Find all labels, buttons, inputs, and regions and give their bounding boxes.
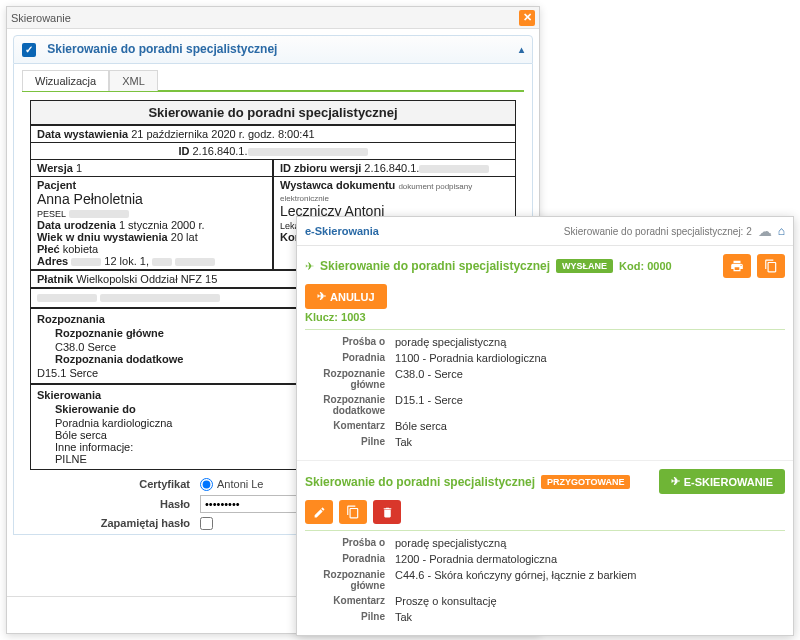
cloud-icon[interactable]: ☁: [758, 223, 772, 239]
send-icon: ✈: [305, 260, 314, 273]
dialog-titlebar: Skierowanie ✕: [7, 7, 539, 29]
send-icon: ✈: [671, 475, 680, 488]
status-badge: WYSŁANE: [556, 259, 613, 273]
home-icon[interactable]: ⌂: [778, 224, 785, 238]
checkbox-icon[interactable]: ✓: [22, 43, 36, 57]
referral-count: Skierowanie do poradni specjalistycznej:…: [564, 226, 752, 237]
panel-title: e-Skierowania: [305, 225, 379, 237]
e-skierowania-panel: e-Skierowania Skierowanie do poradni spe…: [296, 216, 794, 636]
panel-title: Skierowanie do poradni specjalistycznej: [47, 42, 277, 56]
send-icon: ✈: [317, 290, 326, 303]
tab-xml[interactable]: XML: [109, 70, 158, 91]
tab-visualization[interactable]: Wizualizacja: [22, 70, 109, 91]
copy-icon[interactable]: [339, 500, 367, 524]
panel-header[interactable]: ✓ Skierowanie do poradni specjalistyczne…: [13, 35, 533, 64]
remember-checkbox[interactable]: [200, 517, 213, 530]
referral-item-1: ✈ Skierowanie do poradni specjalistyczne…: [297, 246, 793, 460]
trash-icon[interactable]: [373, 500, 401, 524]
chevron-up-icon[interactable]: ▴: [519, 44, 524, 55]
e-skierowanie-button[interactable]: ✈E-SKIEROWANIE: [659, 469, 785, 494]
anuluj-button[interactable]: ✈ANULUJ: [305, 284, 387, 309]
close-icon[interactable]: ✕: [519, 10, 535, 26]
edit-icon[interactable]: [305, 500, 333, 524]
referral-item-2: Skierowanie do poradni specjalistycznej …: [297, 460, 793, 635]
password-field[interactable]: [200, 495, 300, 513]
copy-icon[interactable]: [757, 254, 785, 278]
dialog-title: Skierowanie: [11, 12, 71, 24]
cert-radio[interactable]: [200, 478, 213, 491]
panel-titlebar: e-Skierowania Skierowanie do poradni spe…: [297, 217, 793, 246]
status-badge: PRZYGOTOWANE: [541, 475, 630, 489]
print-icon[interactable]: [723, 254, 751, 278]
doc-heading: Skierowanie do poradni specjalistycznej: [31, 101, 515, 126]
